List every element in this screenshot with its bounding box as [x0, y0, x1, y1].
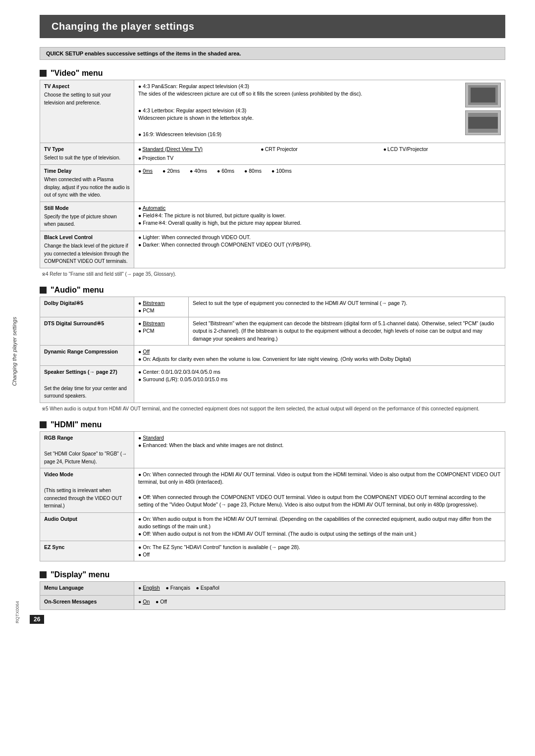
svg-rect-1 — [471, 88, 495, 102]
table-row: Menu Language ● English ● Français ● Esp… — [40, 582, 505, 596]
table-row: On-Screen Messages ● On ● Off — [40, 596, 505, 609]
table-row: Dolby Digital※5 ● Bitstream ● PCM Select… — [40, 297, 505, 317]
video-mode-label: Video Mode — [44, 471, 130, 478]
still-mode-label: Still Mode — [44, 204, 130, 212]
vertical-sidebar-label: Changing the player settings — [9, 297, 20, 406]
video-settings-table: TV Aspect Choose the setting to suit you… — [40, 80, 505, 268]
audio-footnote: ※5 When audio is output from HDMI AV OUT… — [42, 406, 505, 411]
quick-setup-notice: QUICK SETUP enables successive settings … — [40, 47, 505, 60]
black-level-label: Black Level Control — [44, 234, 130, 241]
menu-language-label: Menu Language — [44, 584, 130, 592]
tv-type-label: TV Type — [44, 146, 130, 153]
dts-label: DTS Digital Surround※5 — [44, 320, 130, 327]
table-row: EZ Sync ● On: The EZ Sync "HDAVI Control… — [40, 541, 505, 561]
audio-output-label: Audio Output — [44, 515, 130, 523]
table-row: DTS Digital Surround※5 ● Bitstream ● PCM… — [40, 317, 505, 346]
table-row: TV Type Select to suit the type of telev… — [40, 143, 505, 164]
table-row: Audio Output ● On: When audio output is … — [40, 512, 505, 541]
video-footnote: ※4 Refer to "Frame still and field still… — [42, 271, 505, 277]
audio-section-header: "Audio" menu — [40, 286, 505, 295]
hdmi-settings-table: RGB Range Set "HDMI Color Space" to "RGB… — [40, 431, 505, 561]
table-row: Dynamic Range Compression ● Off ● On: Ad… — [40, 345, 505, 365]
display-settings-table: Menu Language ● English ● Français ● Esp… — [40, 581, 505, 609]
tv-image-letterbox — [465, 110, 501, 135]
tv-aspect-label: TV Aspect — [44, 83, 130, 90]
on-screen-label: On-Screen Messages — [44, 598, 130, 605]
dynamic-range-label: Dynamic Range Compression — [44, 348, 130, 355]
dolby-label: Dolby Digital※5 — [44, 300, 130, 307]
page-title: Changing the player settings — [40, 15, 505, 38]
page-number: 26 — [30, 615, 44, 624]
table-row: TV Aspect Choose the setting to suit you… — [40, 80, 505, 143]
rgb-range-label: RGB Range — [44, 434, 130, 442]
table-row: Time Delay When connected with a Plasma … — [40, 164, 505, 202]
time-delay-label: Time Delay — [44, 167, 130, 175]
table-row: RGB Range Set "HDMI Color Space" to "RGB… — [40, 431, 505, 468]
hdmi-section-header: "HDMI" menu — [40, 420, 505, 429]
table-row: Still Mode Specify the type of picture s… — [40, 202, 505, 231]
audio-settings-table: Dolby Digital※5 ● Bitstream ● PCM Select… — [40, 297, 505, 403]
video-section-header: "Video" menu — [40, 69, 505, 78]
table-row: Video Mode (This setting is irrelevant w… — [40, 468, 505, 513]
table-row: Black Level Control Change the black lev… — [40, 231, 505, 268]
doc-number: RQTX0064 — [15, 601, 20, 623]
display-section-header: "Display" menu — [40, 570, 505, 579]
tv-image-panscan — [465, 83, 501, 107]
svg-rect-3 — [468, 117, 498, 129]
table-row: Speaker Settings (→ page 27) Set the del… — [40, 366, 505, 403]
ez-sync-label: EZ Sync — [44, 544, 130, 551]
speaker-settings-label: Speaker Settings (→ page 27) — [44, 368, 130, 376]
